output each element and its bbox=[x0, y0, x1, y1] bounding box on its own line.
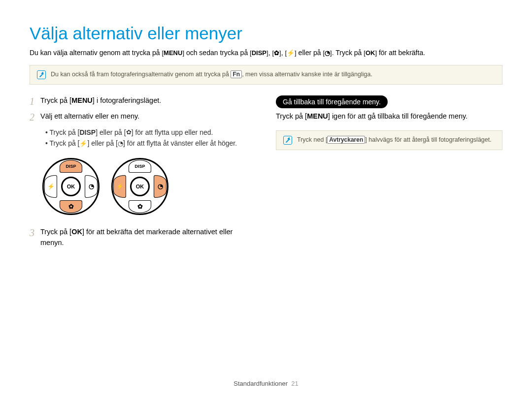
note1-part2: , men vissa alternativ kanske inte är ti… bbox=[242, 71, 372, 78]
dpad-vertical: DISP OK bbox=[42, 158, 100, 215]
dpad-ok-button: OK bbox=[130, 177, 150, 196]
b1-disp-label: DISP bbox=[79, 128, 96, 136]
flower-icon bbox=[137, 203, 143, 210]
disp-label-icon: DISP bbox=[250, 49, 268, 58]
dpad-disp-segment: DISP bbox=[129, 160, 151, 173]
shutter-label: Avtryckaren bbox=[327, 136, 365, 144]
page-number: 21 bbox=[291, 380, 298, 387]
dpad-diagrams: DISP OK DISP OK bbox=[42, 158, 256, 215]
b2-part1: Tryck på [ bbox=[50, 139, 80, 147]
note2-part2: ] halvvägs för att återgå till fotografe… bbox=[365, 136, 491, 143]
note-2-text: Tryck ned [Avtryckaren] halvvägs för att… bbox=[297, 136, 492, 144]
note-box-2: Tryck ned [Avtryckaren] halvvägs för att… bbox=[276, 130, 502, 150]
step-3: 3 Tryck på [OK] för att bekräfta det mar… bbox=[30, 227, 256, 248]
step-2: 2 Välj ett alternativ eller en meny. bbox=[30, 111, 256, 122]
right-menu-label: MENU bbox=[307, 112, 328, 120]
footer-label: Standardfunktioner bbox=[233, 380, 288, 387]
page-title: Välja alternativ eller menyer bbox=[30, 24, 502, 43]
flower-icon: ✿ bbox=[272, 49, 281, 58]
flower-icon: ✿ bbox=[126, 127, 132, 138]
bolt-icon: ⚡ bbox=[285, 49, 296, 58]
intro-part2: och sedan trycka på bbox=[184, 49, 250, 57]
step-2-number: 2 bbox=[30, 111, 40, 122]
dpad-bolt-segment bbox=[44, 175, 57, 198]
dpad-disp-segment: DISP bbox=[60, 160, 82, 173]
note1-part1: Du kan också få fram fotograferingsalter… bbox=[51, 71, 231, 78]
intro-line: Du kan välja alternativ genom att trycka… bbox=[30, 48, 502, 58]
intro-part3: eller på bbox=[297, 49, 323, 57]
step3-part1: Tryck på [ bbox=[40, 228, 71, 236]
note-box-1: Du kan också få fram fotograferingsalter… bbox=[30, 65, 502, 85]
intro-part5: för att bekräfta. bbox=[377, 49, 425, 57]
ok-label-icon: OK bbox=[364, 49, 377, 58]
step2-bullet-2: Tryck på [⚡] eller på [◔] för att flytta… bbox=[45, 138, 256, 149]
right-column: Gå tillbaka till föregående meny. Tryck … bbox=[276, 95, 502, 253]
step-1-number: 1 bbox=[30, 95, 40, 106]
b1-part1: Tryck på [ bbox=[50, 128, 80, 136]
step-1: 1 Tryck på [MENU] i fotograferingsläget. bbox=[30, 95, 256, 106]
step-3-number: 3 bbox=[30, 227, 40, 238]
intro-part1: Du kan välja alternativ genom att trycka… bbox=[30, 49, 162, 57]
go-back-line: Tryck på [MENU] igen för att gå tillbaka… bbox=[276, 111, 502, 122]
step1-part2: ] i fotograferingsläget. bbox=[93, 96, 161, 104]
page-footer: Standardfunktioner 21 bbox=[0, 380, 532, 387]
step1-part1: Tryck på [ bbox=[40, 96, 71, 104]
step3-ok-label: OK bbox=[71, 228, 82, 236]
timer-icon bbox=[158, 183, 163, 190]
fn-label-icon: Fn bbox=[231, 70, 242, 78]
go-back-pill: Gå tillbaka till föregående meny. bbox=[276, 95, 388, 108]
note-1-text: Du kan också få fram fotograferingsalter… bbox=[51, 70, 372, 78]
timer-icon: ◔ bbox=[118, 139, 123, 149]
note2-part1: Tryck ned [ bbox=[297, 136, 327, 143]
b2-part3: ] för att flytta åt vänster eller åt hög… bbox=[123, 139, 237, 147]
bolt-icon bbox=[116, 183, 124, 190]
intro-part4: . Tryck på bbox=[332, 49, 364, 57]
timer-icon bbox=[89, 183, 94, 190]
dpad-horizontal: DISP OK bbox=[111, 158, 168, 215]
dpad-bolt-segment bbox=[113, 175, 126, 198]
note-pencil-icon bbox=[283, 136, 292, 145]
right-part1: Tryck på [ bbox=[276, 112, 307, 120]
b1-part2: ] eller på [ bbox=[96, 128, 126, 136]
step-2-text: Välj ett alternativ eller en meny. bbox=[40, 111, 139, 122]
step1-menu-label: MENU bbox=[71, 96, 93, 104]
bolt-icon bbox=[47, 183, 55, 190]
right-part2: ] igen för att gå tillbaka till föregåen… bbox=[328, 112, 467, 120]
b2-part2: ] eller på [ bbox=[87, 139, 117, 147]
flower-icon bbox=[68, 203, 74, 210]
dpad-ok-button: OK bbox=[61, 177, 81, 196]
dpad-timer-segment bbox=[154, 175, 166, 198]
dpad-timer-segment bbox=[85, 175, 98, 198]
b1-part3: ] för att flytta upp eller ned. bbox=[132, 128, 213, 136]
step2-bullet-1: Tryck på [DISP] eller på [✿] för att fly… bbox=[45, 127, 256, 138]
bolt-icon: ⚡ bbox=[79, 139, 87, 149]
note-pencil-icon bbox=[37, 70, 46, 79]
timer-icon: ◔ bbox=[323, 49, 332, 58]
menu-label-icon: MENU bbox=[162, 49, 184, 58]
left-column: 1 Tryck på [MENU] i fotograferingsläget.… bbox=[30, 95, 256, 253]
